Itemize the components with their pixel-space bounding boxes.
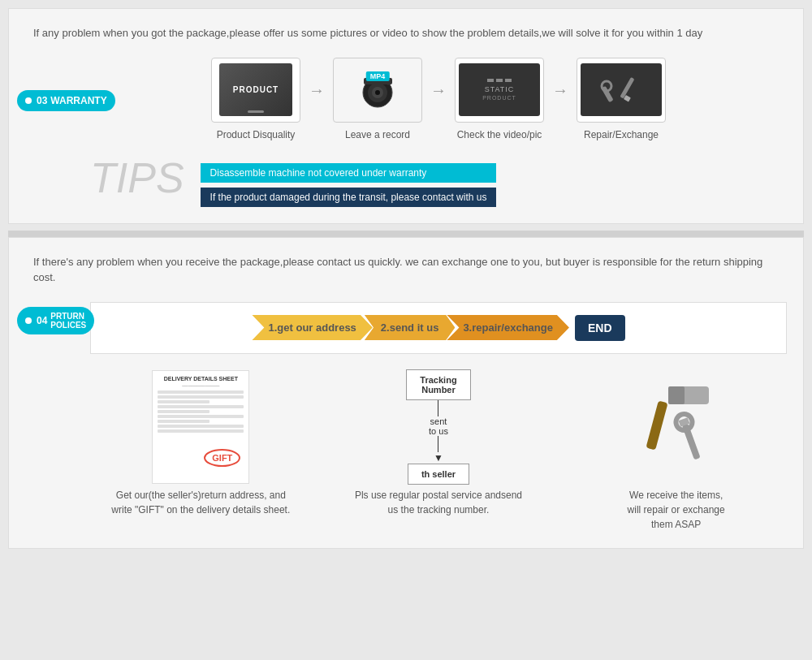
arrow-line-bottom	[438, 436, 438, 452]
sheet-line	[158, 425, 244, 428]
svg-point-3	[375, 90, 380, 95]
page-wrapper: If any problem when you got the package,…	[0, 0, 812, 563]
sheet-lines	[158, 390, 244, 433]
return-details: DELIVERY DETAILS SHEET ─────────────	[90, 374, 787, 532]
tracking-label: Tracking Number	[420, 375, 456, 395]
badge-dot	[25, 97, 32, 104]
sheet-line	[158, 400, 209, 403]
warranty-badge-label: WARRANTY	[50, 95, 106, 106]
product-icon: PRODUCT	[219, 63, 292, 116]
detail-item-sheet: DELIVERY DETAILS SHEET ─────────────	[111, 374, 290, 532]
svg-rect-12	[646, 400, 667, 450]
tip-note-1: Disassemble machine not covered under wa…	[201, 163, 497, 183]
tool-icon	[581, 63, 662, 116]
step-box-3: 3.repair/exchange	[447, 315, 569, 340]
flow-label-product: Product Disquality	[217, 129, 296, 140]
flow-label-repair: Repair/Exchange	[584, 129, 659, 140]
sheet-line	[158, 410, 209, 413]
product-box-container: PRODUCT	[211, 58, 300, 123]
step-label-3: 3.repair/exchange	[463, 321, 553, 334]
tracking-arrow: sent to us ▼	[429, 400, 448, 464]
svg-rect-8	[620, 76, 634, 98]
tracking-description: Pls use regular postal service andsend u…	[349, 488, 528, 517]
camera-box-container: MP4	[333, 58, 422, 123]
seller-label: th seller	[421, 469, 456, 479]
return-flow: 1.get our address 2.send it us 3.repair/…	[90, 302, 787, 354]
tracking-diagram: Tracking Number sent to us ▼ th seller	[406, 369, 470, 485]
flow-item-camera: MP4 Leave a record	[333, 58, 422, 140]
step-box-1: 1.get our address	[252, 315, 372, 340]
repair-tools-svg	[597, 70, 646, 110]
arrow-3: →	[552, 81, 568, 100]
arrow-1: →	[309, 81, 325, 100]
product-label: PRODUCT	[233, 85, 279, 94]
sheet-line	[158, 395, 244, 399]
return-badge-label: PRTURN POLICES	[50, 312, 86, 330]
tools-description: We receive the items, will repair or exc…	[628, 488, 725, 532]
gift-label: GIFT	[204, 449, 240, 467]
step-item-3: 3.repair/exchange	[448, 315, 563, 340]
step-box-2: 2.send it us	[365, 315, 456, 340]
warranty-flow: PRODUCT Product Disquality → MP4	[90, 58, 787, 140]
return-badge-number: 04	[37, 315, 47, 326]
tip-note-2: If the product damaged during the transi…	[201, 188, 497, 207]
return-badge-dot	[25, 317, 32, 324]
mp4-badge: MP4	[366, 71, 390, 81]
flow-item-product: PRODUCT Product Disquality	[211, 58, 300, 140]
tools-svg	[628, 378, 725, 476]
step-label-2: 2.send it us	[381, 321, 439, 334]
warranty-badge: 03 WARRANTY	[17, 90, 115, 111]
detail-item-tracking: Tracking Number sent to us ▼ th seller	[349, 374, 528, 532]
sent-to-us-label: sent to us	[429, 416, 448, 436]
flow-label-video: Check the video/pic	[457, 129, 542, 140]
sheet-description: Get our(the seller's)return address, and…	[111, 488, 290, 517]
tools-visual	[624, 374, 729, 480]
sheet-line	[158, 429, 244, 433]
tips-section: TIPS Disassemble machine not covered und…	[90, 157, 787, 207]
flow-item-repair: Repair/Exchange	[577, 58, 666, 140]
sheet-title: DELIVERY DETAILS SHEET	[158, 376, 244, 382]
sheet-line	[158, 390, 244, 394]
tips-title: TIPS	[90, 157, 184, 199]
return-section: If there's any problem when you receive …	[8, 237, 804, 549]
step-end: END	[575, 315, 625, 341]
tracking-number-box: Tracking Number	[406, 369, 470, 400]
video-box-container: STATIC PRODUCT	[455, 58, 544, 123]
warranty-section: If any problem when you got the package,…	[8, 8, 804, 224]
delivery-sheet: DELIVERY DETAILS SHEET ─────────────	[152, 370, 249, 484]
sheet-line	[158, 405, 244, 408]
arrow-2: →	[430, 81, 447, 100]
step-item-1: 1.get our address	[252, 315, 365, 340]
sheet-line	[158, 415, 244, 418]
svg-rect-11	[668, 386, 685, 404]
sheet-visual: DELIVERY DETAILS SHEET ─────────────	[148, 374, 253, 480]
step-item-2: 2.send it us	[366, 315, 449, 340]
arrow-down: ▼	[434, 452, 443, 464]
return-badge: 04 PRTURN POLICES	[17, 307, 94, 334]
arrow-line-top	[438, 400, 438, 416]
warranty-intro: If any problem when you got the package,…	[33, 25, 787, 41]
warranty-badge-number: 03	[37, 95, 47, 106]
tips-notes: Disassemble machine not covered under wa…	[201, 157, 497, 207]
return-intro: If there's any problem when you receive …	[33, 254, 787, 286]
sheet-subtitle: ─────────────	[158, 383, 244, 388]
detail-item-tools: We receive the items, will repair or exc…	[587, 374, 766, 532]
step-label-1: 1.get our address	[268, 321, 356, 334]
tracking-visual: Tracking Number sent to us ▼ th seller	[386, 374, 491, 480]
sheet-line	[158, 420, 209, 423]
seller-box: th seller	[408, 464, 469, 485]
section-divider	[8, 231, 804, 237]
flow-item-video: STATIC PRODUCT Check the video/pic	[455, 58, 544, 140]
repair-box-container	[577, 58, 666, 123]
video-icon: STATIC PRODUCT	[459, 63, 540, 116]
flow-label-camera: Leave a record	[345, 129, 410, 140]
